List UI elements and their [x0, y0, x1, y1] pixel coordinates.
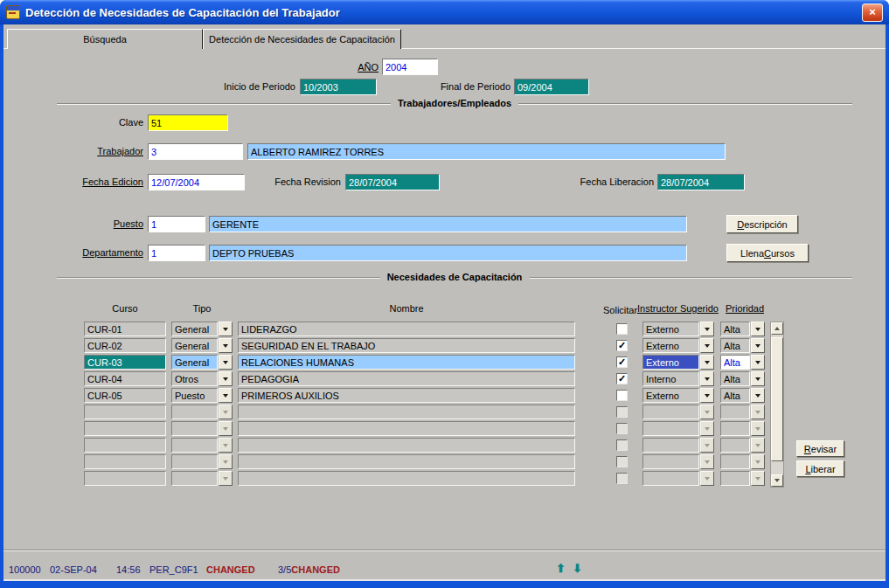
- instructor-value[interactable]: Externo: [642, 322, 699, 336]
- tipo-value[interactable]: [171, 405, 218, 419]
- llena-cursos-button[interactable]: Llena Cursos: [726, 244, 809, 262]
- departamento-num-field[interactable]: 1: [148, 245, 205, 261]
- tipo-value[interactable]: [171, 438, 218, 453]
- nombre-cell[interactable]: LIDERAZGO: [238, 322, 575, 336]
- instructor-value[interactable]: Interno: [642, 371, 699, 386]
- dropdown-button[interactable]: [751, 355, 765, 370]
- dropdown-button[interactable]: [700, 421, 714, 436]
- dropdown-button[interactable]: [219, 421, 233, 436]
- tipo-value[interactable]: [171, 471, 218, 486]
- curso-cell[interactable]: CUR-02: [84, 338, 166, 353]
- dropdown-button[interactable]: [751, 388, 765, 403]
- close-button[interactable]: ×: [862, 3, 883, 22]
- prioridad-value[interactable]: [720, 471, 750, 486]
- nombre-cell[interactable]: [238, 421, 575, 436]
- dropdown-button[interactable]: [751, 471, 765, 486]
- curso-cell[interactable]: CUR-05: [84, 388, 166, 403]
- dropdown-button[interactable]: [700, 371, 714, 386]
- curso-cell[interactable]: CUR-03: [84, 355, 166, 370]
- dropdown-button[interactable]: [700, 322, 714, 336]
- dropdown-button[interactable]: [219, 355, 233, 370]
- dropdown-button[interactable]: [219, 471, 233, 486]
- tab-deteccion[interactable]: Detección de Necesidades de Capacitación: [203, 29, 401, 49]
- dropdown-button[interactable]: [219, 438, 233, 453]
- prioridad-value[interactable]: [720, 438, 750, 453]
- scrollbar-down-button[interactable]: [771, 474, 783, 487]
- tipo-value[interactable]: [171, 421, 218, 436]
- fecha-edicion-field[interactable]: 12/07/2004: [148, 174, 245, 190]
- nombre-cell[interactable]: [238, 405, 575, 419]
- dropdown-button[interactable]: [751, 322, 765, 336]
- dropdown-button[interactable]: [751, 421, 765, 436]
- ano-field[interactable]: 2004: [382, 59, 438, 75]
- prioridad-value[interactable]: Alta: [720, 322, 750, 336]
- dropdown-button[interactable]: [751, 371, 765, 386]
- dropdown-button[interactable]: [219, 454, 233, 469]
- solicitar-checkbox[interactable]: [616, 439, 628, 451]
- curso-cell[interactable]: [84, 405, 166, 419]
- dropdown-button[interactable]: [700, 454, 714, 469]
- dropdown-button[interactable]: [219, 338, 233, 353]
- dropdown-button[interactable]: [219, 322, 233, 336]
- curso-cell[interactable]: [84, 438, 166, 453]
- prioridad-value[interactable]: Alta: [720, 371, 750, 386]
- prioridad-value[interactable]: Alta: [720, 355, 750, 370]
- curso-cell[interactable]: CUR-01: [84, 322, 166, 336]
- dropdown-button[interactable]: [700, 438, 714, 453]
- solicitar-checkbox[interactable]: [616, 473, 628, 484]
- dropdown-button[interactable]: [751, 405, 765, 419]
- solicitar-checkbox[interactable]: [616, 406, 628, 418]
- trabajador-num-field[interactable]: 3: [148, 143, 243, 160]
- dropdown-button[interactable]: [751, 438, 765, 453]
- tab-busqueda[interactable]: Búsqueda: [7, 29, 203, 49]
- liberar-button[interactable]: Liberar: [796, 460, 844, 477]
- solicitar-checkbox[interactable]: ✓: [616, 356, 628, 368]
- instructor-value[interactable]: [642, 454, 699, 469]
- nombre-cell[interactable]: [238, 438, 575, 453]
- prioridad-value[interactable]: Alta: [720, 388, 750, 403]
- solicitar-checkbox[interactable]: ✓: [616, 340, 628, 351]
- dropdown-button[interactable]: [751, 338, 765, 353]
- solicitar-checkbox[interactable]: ✓: [616, 373, 628, 384]
- tipo-value[interactable]: General: [171, 322, 218, 336]
- nombre-cell[interactable]: SEGURIDAD EN EL TRABAJO: [238, 338, 575, 353]
- tipo-value[interactable]: General: [171, 355, 218, 370]
- prioridad-value[interactable]: [720, 454, 750, 469]
- scrollbar-up-button[interactable]: [771, 322, 783, 335]
- solicitar-checkbox[interactable]: [616, 323, 628, 335]
- prioridad-value[interactable]: [720, 421, 750, 436]
- nombre-cell[interactable]: PEDAGOGIA: [238, 371, 575, 386]
- instructor-value[interactable]: Externo: [642, 355, 699, 370]
- curso-cell[interactable]: CUR-04: [84, 371, 166, 386]
- revisar-button[interactable]: Revisar: [796, 440, 844, 457]
- instructor-value[interactable]: [642, 421, 699, 436]
- dropdown-button[interactable]: [219, 388, 233, 403]
- clave-field[interactable]: 51: [148, 114, 228, 131]
- dropdown-button[interactable]: [700, 471, 714, 486]
- instructor-value[interactable]: [642, 471, 699, 486]
- scrollbar-thumb[interactable]: [771, 337, 783, 461]
- tipo-value[interactable]: [171, 454, 218, 469]
- puesto-num-field[interactable]: 1: [148, 216, 205, 232]
- instructor-value[interactable]: [642, 438, 699, 453]
- dropdown-button[interactable]: [700, 355, 714, 370]
- nombre-cell[interactable]: RELACIONES HUMANAS: [238, 355, 575, 370]
- nombre-cell[interactable]: [238, 471, 575, 486]
- instructor-value[interactable]: Externo: [642, 338, 699, 353]
- nombre-cell[interactable]: PRIMEROS AUXILIOS: [238, 388, 575, 403]
- dropdown-button[interactable]: [700, 388, 714, 403]
- prioridad-value[interactable]: Alta: [720, 338, 750, 353]
- dropdown-button[interactable]: [700, 405, 714, 419]
- instructor-value[interactable]: [642, 405, 699, 419]
- grid-scrollbar[interactable]: [770, 322, 784, 488]
- dropdown-button[interactable]: [751, 454, 765, 469]
- prioridad-value[interactable]: [720, 405, 750, 419]
- dropdown-button[interactable]: [219, 371, 233, 386]
- tipo-value[interactable]: Puesto: [171, 388, 218, 403]
- tipo-value[interactable]: Otros: [171, 371, 218, 386]
- descripcion-button[interactable]: Descripción: [726, 215, 798, 233]
- curso-cell[interactable]: [84, 454, 166, 469]
- tipo-value[interactable]: General: [171, 338, 218, 353]
- solicitar-checkbox[interactable]: [616, 390, 628, 401]
- solicitar-checkbox[interactable]: [616, 456, 628, 467]
